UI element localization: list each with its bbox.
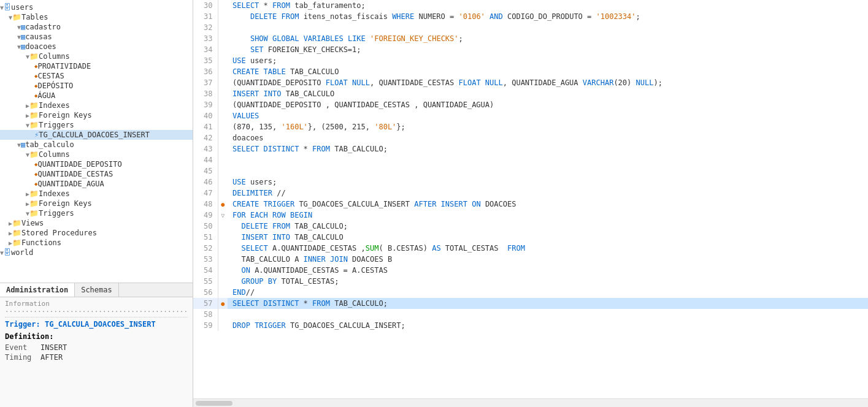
tree-item-world[interactable]: ▼ 🗄 world [0, 248, 193, 257]
line-number: 49 [193, 210, 218, 221]
tab-administration[interactable]: Administration [0, 283, 75, 297]
code-content: SELECT A.QUANTIDADE_CESTAS ,SUM( B.CESTA… [228, 243, 868, 254]
code-row[interactable]: 43SELECT DISTINCT * FROM TAB_CALCULO; [193, 143, 868, 154]
code-row[interactable]: 44 [193, 154, 868, 165]
line-dot: ● [218, 298, 228, 309]
tree-item-triggers_tab_calculo[interactable]: ▼ 📁 Triggers [0, 208, 193, 218]
line-number: 44 [193, 154, 218, 165]
bottom-scrollbar[interactable] [193, 398, 868, 407]
tree-item-indexes_doacoes[interactable]: ▶ 📁 Indexes [0, 101, 193, 110]
line-number: 48 [193, 199, 218, 210]
tree-item-fk_tab_calculo[interactable]: ▶ 📁 Foreign Keys [0, 199, 193, 208]
tree-item-cadastro[interactable]: ▼ ▦ cadastro [0, 22, 193, 32]
line-dot: ● [218, 199, 228, 210]
bottom-tabs: Administration Schemas [0, 283, 193, 297]
tree-item-col_agua[interactable]: ◆ ÁGUA [0, 91, 193, 101]
code-row[interactable]: 33 SHOW GLOBAL VARIABLES LIKE 'FOREIGN_K… [193, 33, 868, 44]
tree-item-tg_calcula_doacoes_insert[interactable]: ⚡ TG_CALCULA_DOACOES_INSERT [0, 130, 193, 140]
collapse-button[interactable]: ▽ [221, 212, 225, 219]
code-row[interactable]: 30SELECT * FROM tab_faturamento; [193, 0, 868, 11]
tree-item-doacoes[interactable]: ▼ ▦ doacoes [0, 42, 193, 51]
line-number: 38 [193, 88, 218, 99]
code-row[interactable]: 36CREATE TABLE TAB_CALCULO [193, 66, 868, 77]
code-row[interactable]: 37(QUANTIDADE_DEPOSITO FLOAT NULL, QUANT… [193, 77, 868, 88]
tree-item-stored_procedures[interactable]: ▶ 📁 Stored Procedures [0, 228, 193, 238]
code-row[interactable]: 52 SELECT A.QUANTIDADE_CESTAS ,SUM( B.CE… [193, 243, 868, 254]
tab-schemas[interactable]: Schemas [75, 283, 119, 297]
line-dot [218, 143, 228, 154]
tree-item-col_proatividade[interactable]: ◆ PROATIVIDADE [0, 61, 193, 71]
tree-item-col_deposito[interactable]: ◆ DEPÓSITO [0, 81, 193, 91]
line-number: 33 [193, 33, 218, 44]
code-row[interactable]: 39(QUANTIDADE_DEPOSITO , QUANTIDADE_CEST… [193, 99, 868, 110]
code-content [228, 154, 868, 165]
code-row[interactable]: 51 INSERT INTO TAB_CALCULO [193, 232, 868, 243]
line-dot [218, 110, 228, 121]
definition-label: Definition: [5, 332, 188, 341]
info-row-timing: Timing AFTER [5, 353, 188, 362]
code-area[interactable]: 30SELECT * FROM tab_faturamento;31 DELET… [193, 0, 868, 398]
code-content: CREATE TRIGGER TG_DOACOES_CALCULA_INSERT… [228, 199, 868, 210]
code-content: SET FOREIGN_KEY_CHECKS=1; [228, 44, 868, 55]
tree-item-col_cestas[interactable]: ◆ CESTAS [0, 71, 193, 81]
code-row[interactable]: 57●SELECT DISTINCT * FROM TAB_CALCULO; [193, 298, 868, 309]
tree-item-col_qtd_agua[interactable]: ◆ QUANTIDADE_AGUA [0, 179, 193, 189]
code-row[interactable]: 45 [193, 165, 868, 177]
line-number: 51 [193, 232, 218, 243]
tree-item-users[interactable]: ▼ 🗄 users [0, 2, 193, 12]
line-dot [218, 11, 228, 22]
breakpoint-dot: ● [221, 201, 225, 208]
line-dot [218, 165, 228, 177]
tree-area[interactable]: ▼ 🗄 users▼ 📁 Tables▼ ▦ cadastro▼ ▦ causa… [0, 0, 193, 283]
tree-item-views[interactable]: ▶ 📁 Views [0, 218, 193, 228]
code-row[interactable]: 35USE users; [193, 55, 868, 66]
code-row[interactable]: 46USE users; [193, 177, 868, 188]
tree-item-tab_calculo[interactable]: ▼ ▦ tab_calculo [0, 140, 193, 150]
code-row[interactable]: 42doacoes [193, 132, 868, 143]
code-content: SELECT DISTINCT * FROM TAB_CALCULO; [228, 298, 868, 309]
tree-item-functions[interactable]: ▶ 📁 Functions [0, 238, 193, 248]
horizontal-scrollbar-thumb[interactable] [196, 401, 232, 406]
code-row[interactable]: 54 ON A.QUANTIDADE_CESTAS = A.CESTAS [193, 265, 868, 276]
code-row[interactable]: 56END// [193, 287, 868, 298]
code-row[interactable]: 32 [193, 22, 868, 33]
line-dot [218, 287, 228, 298]
tree-item-columns_tab_calculo[interactable]: ▼ 📁 Columns [0, 150, 193, 159]
timing-key: Timing [5, 353, 36, 362]
tree-item-triggers_doacoes[interactable]: ▼ 📁 Triggers [0, 120, 193, 130]
line-dot [218, 121, 228, 132]
code-table: 30SELECT * FROM tab_faturamento;31 DELET… [193, 0, 868, 331]
code-content: (QUANTIDADE_DEPOSITO FLOAT NULL, QUANTID… [228, 77, 868, 88]
line-dot [218, 132, 228, 143]
line-dot [218, 243, 228, 254]
code-row[interactable]: 59DROP TRIGGER TG_DOACOES_CALCULA_INSERT… [193, 320, 868, 331]
line-number: 37 [193, 77, 218, 88]
line-dot [218, 99, 228, 110]
code-row[interactable]: 34 SET FOREIGN_KEY_CHECKS=1; [193, 44, 868, 55]
line-number: 36 [193, 66, 218, 77]
tree-item-tables[interactable]: ▼ 📁 Tables [0, 12, 193, 22]
code-row[interactable]: 58 [193, 309, 868, 320]
trigger-name-value: TG_CALCULA_DOACOES_INSERT [45, 320, 156, 329]
code-row[interactable]: 50 DELETE FROM TAB_CALCULO; [193, 221, 868, 232]
tree-item-col_qtd_dep[interactable]: ◆ QUANTIDADE_DEPOSITO [0, 159, 193, 169]
line-dot [218, 276, 228, 287]
line-number: 40 [193, 110, 218, 121]
code-row[interactable]: 40VALUES [193, 110, 868, 121]
code-row[interactable]: 49▽FOR EACH ROW BEGIN [193, 210, 868, 221]
line-number: 45 [193, 165, 218, 177]
code-row[interactable]: 55 GROUP BY TOTAL_CESTAS; [193, 276, 868, 287]
tree-item-col_qtd_ces[interactable]: ◆ QUANTIDADE_CESTAS [0, 169, 193, 179]
code-row[interactable]: 48●CREATE TRIGGER TG_DOACOES_CALCULA_INS… [193, 199, 868, 210]
tree-item-columns_doacoes[interactable]: ▼ 📁 Columns [0, 51, 193, 61]
tree-item-fk_doacoes[interactable]: ▶ 📁 Foreign Keys [0, 110, 193, 120]
code-row[interactable]: 41(870, 135, '160L'}, (2500, 215, '80L'}… [193, 121, 868, 132]
tree-item-indexes_tab_calculo[interactable]: ▶ 📁 Indexes [0, 189, 193, 199]
line-dot [218, 66, 228, 77]
tree-item-causas[interactable]: ▼ ▦ causas [0, 32, 193, 42]
code-row[interactable]: 31 DELETE FROM itens_notas_fiscais WHERE… [193, 11, 868, 22]
code-row[interactable]: 47DELIMITER // [193, 188, 868, 199]
event-key: Event [5, 343, 36, 352]
code-row[interactable]: 38INSERT INTO TAB_CALCULO [193, 88, 868, 99]
code-row[interactable]: 53 TAB_CALCULO A INNER JOIN DOACOES B [193, 254, 868, 265]
